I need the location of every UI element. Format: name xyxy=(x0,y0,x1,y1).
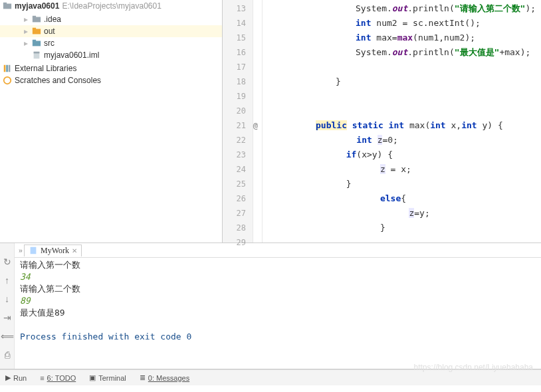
terminal-tool-button[interactable]: ▣ Terminal xyxy=(89,373,126,382)
svg-rect-2 xyxy=(33,17,41,23)
close-tab-icon[interactable]: ✕ xyxy=(72,247,77,254)
svg-rect-5 xyxy=(33,28,36,30)
code-editor[interactable]: 1314151617181920212223242526272829 Syste… xyxy=(223,0,541,243)
tree-item-idea[interactable]: ▸.idea xyxy=(0,13,222,25)
library-icon xyxy=(3,64,12,73)
run-toolbar: ↻ ↑ ↓ ⇥ ⟸ ⎙ xyxy=(0,243,15,369)
rerun-icon[interactable]: ↻ xyxy=(3,256,11,267)
console-panel: » MyWork ✕ 请输入第一个数34请输入第二个数89最大值是89 Proc… xyxy=(15,243,541,369)
line-gutter: 1314151617181920212223242526272829 xyxy=(223,0,253,243)
scratches[interactable]: Scratches and Consoles xyxy=(0,74,222,86)
run-tab-mywork[interactable]: MyWork ✕ xyxy=(24,245,82,256)
watermark: https://blog.csdn.net/Liyuehahaha xyxy=(414,363,533,372)
svg-rect-6 xyxy=(33,41,41,47)
svg-rect-14 xyxy=(31,247,37,254)
tree-item-myjava0601iml[interactable]: myjava0601.iml xyxy=(0,49,222,61)
down-icon[interactable]: ↓ xyxy=(5,294,9,304)
svg-rect-11 xyxy=(6,65,8,72)
project-name: myjava0601 xyxy=(15,1,59,11)
svg-rect-9 xyxy=(34,52,40,54)
external-libraries[interactable]: External Libraries xyxy=(0,62,222,74)
run-tool-button[interactable]: ▶ Run xyxy=(5,373,27,382)
up-icon[interactable]: ↑ xyxy=(5,275,9,286)
print-icon[interactable]: ⎙ xyxy=(5,349,10,360)
project-path: E:\IdeaProjects\myjava0601 xyxy=(62,1,161,11)
project-tree: myjava0601 E:\IdeaProjects\myjava0601 ▸.… xyxy=(0,0,223,243)
svg-rect-10 xyxy=(4,65,6,72)
svg-rect-1 xyxy=(3,3,7,5)
folder-icon xyxy=(3,1,12,11)
tree-item-out[interactable]: ▸out xyxy=(0,25,222,37)
scroll-icon[interactable]: ⟸ xyxy=(1,331,14,342)
svg-rect-0 xyxy=(3,4,11,9)
code-area[interactable]: System.out.println("请输入第二个数");int num2 =… xyxy=(263,0,541,243)
scratches-icon xyxy=(3,76,12,85)
svg-rect-7 xyxy=(33,40,36,42)
svg-rect-4 xyxy=(33,29,41,35)
project-root[interactable]: myjava0601 E:\IdeaProjects\myjava0601 xyxy=(0,0,222,12)
wrap-icon[interactable]: ⇥ xyxy=(3,312,11,323)
tree-item-src[interactable]: ▸src xyxy=(0,37,222,49)
java-file-icon xyxy=(29,246,38,255)
todo-tool-button[interactable]: ≡ 6: TODO xyxy=(40,374,76,382)
svg-point-13 xyxy=(4,77,11,84)
svg-rect-12 xyxy=(9,65,11,72)
messages-tool-button[interactable]: ≣ 0: Messages xyxy=(140,373,189,382)
svg-rect-3 xyxy=(33,16,36,18)
console-output[interactable]: 请输入第一个数34请输入第二个数89最大值是89 Process finishe… xyxy=(15,258,541,344)
